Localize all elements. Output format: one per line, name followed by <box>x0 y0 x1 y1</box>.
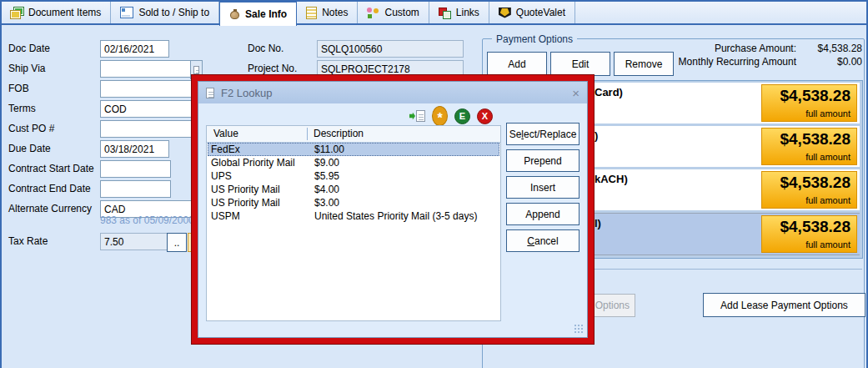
column-divider[interactable] <box>307 128 308 140</box>
tab-label: Links <box>456 7 479 18</box>
tab-label: Custom <box>384 7 419 18</box>
lookup-row[interactable]: UPS$5.95 <box>208 169 499 183</box>
contract-start-date-field[interactable] <box>100 160 171 178</box>
field-label-doc-date: Doc Date <box>8 43 50 54</box>
notes-icon <box>306 7 317 19</box>
payment-amount-note: full amount <box>805 195 850 205</box>
arrow-icon <box>409 113 415 120</box>
sale-info-screen: Document ItemsSold to / Ship toSale Info… <box>0 0 868 368</box>
field-label-due-date: Due Date <box>8 143 51 154</box>
terms-field[interactable]: COD <box>100 100 203 118</box>
project-no-label: Project No. <box>248 63 297 74</box>
doc-date-field[interactable]: 02/16/2021 <box>100 40 169 58</box>
field-label-ship-via: Ship Via <box>8 63 45 74</box>
payment-option-list[interactable]: Card)$4,538.28full amount)$4,538.28full … <box>589 80 863 259</box>
lookup-description-cell: $3.00 <box>314 197 339 209</box>
lookup-value-cell: UPS <box>211 170 232 182</box>
lookup-value-cell: US Priority Mail <box>211 184 280 195</box>
payment-amount-note: full amount <box>805 152 850 162</box>
payment-amount: $4,538.28 <box>780 130 850 149</box>
contract-end-date-field[interactable] <box>100 180 171 198</box>
tab-links[interactable]: Links <box>429 2 489 23</box>
insert-button[interactable]: Insert <box>506 176 580 199</box>
select-into-field-icon[interactable] <box>409 110 425 122</box>
description-column-header[interactable]: Description <box>314 128 364 139</box>
f2-lookup-window: F2 Lookup × *EX Value Description FedEx$… <box>198 81 588 338</box>
close-icon[interactable]: × <box>572 86 580 100</box>
payment-option-row[interactable]: kACH)$4,538.28full amount <box>590 169 860 210</box>
doc-no-field[interactable]: SQLQ100560 <box>317 40 464 58</box>
tab-label: QuoteValet <box>516 7 565 18</box>
field-label-tax-rate: Tax Rate <box>8 235 48 247</box>
sold-to-ship-to-icon <box>120 7 133 18</box>
delete-red-icon[interactable]: X <box>477 108 493 124</box>
tab-notes[interactable]: Notes <box>297 2 358 23</box>
edit-list-icon[interactable]: E <box>454 108 470 124</box>
lookup-row[interactable]: FedEx$11.00 <box>208 143 499 156</box>
add-payment-button[interactable]: Add <box>487 52 547 76</box>
payment-option-row[interactable]: l)$4,538.28full amount <box>590 213 860 255</box>
resize-grip[interactable] <box>574 324 583 333</box>
custom-icon <box>367 8 379 18</box>
prepend-button[interactable]: Prepend <box>506 149 580 172</box>
edit-payment-button[interactable]: Edit <box>550 52 610 76</box>
lookup-description-cell: $11.00 <box>314 144 344 155</box>
page-icon <box>416 110 425 122</box>
value-column-header[interactable]: Value <box>213 128 238 139</box>
cust-po--field[interactable] <box>100 120 203 138</box>
payment-option-row[interactable]: Card)$4,538.28full amount <box>590 83 860 124</box>
ship-via-field[interactable] <box>100 60 196 78</box>
payment-amount: $4,538.28 <box>780 87 850 105</box>
payment-option-row[interactable]: )$4,538.28full amount <box>590 126 860 167</box>
clear-orange-icon[interactable]: * <box>432 106 448 126</box>
lookup-description-cell: $4.00 <box>314 184 339 195</box>
payment-method-label: ) <box>595 129 598 142</box>
sale-info-icon <box>229 9 240 19</box>
lookup-value-cell: Global Priority Mail <box>211 157 295 169</box>
monthly-recurring-value: $0.00 <box>800 56 862 68</box>
payment-amount-box: $4,538.28full amount <box>761 128 857 165</box>
field-label-fob: FOB <box>8 83 29 94</box>
due-date-field[interactable]: 03/18/2021 <box>100 140 169 158</box>
payment-method-label: kACH) <box>595 173 628 185</box>
dialog-title: F2 Lookup <box>221 87 272 99</box>
payment-amount-note: full amount <box>805 239 850 250</box>
payment-amount: $4,538.28 <box>780 218 850 236</box>
payment-amount-box: $4,538.28full amount <box>761 171 857 209</box>
tab-quotevalet[interactable]: QuoteValet <box>489 2 575 23</box>
fob-field[interactable] <box>100 80 203 98</box>
lookup-description-cell: $5.95 <box>314 170 339 182</box>
window-border-left <box>0 0 2 368</box>
append-button[interactable]: Append <box>506 203 580 225</box>
lookup-list-icon <box>206 88 214 98</box>
tax-rate-field[interactable]: 7.50 <box>100 233 171 250</box>
field-label-terms: Terms <box>8 103 36 114</box>
cancel-button[interactable]: Cancel <box>506 229 580 252</box>
lookup-row[interactable]: USPMUnited States Priority Mail (3-5 day… <box>208 209 499 223</box>
tab-document-items[interactable]: Document Items <box>2 2 111 23</box>
lookup-row[interactable]: US Priority Mail$4.00 <box>208 183 499 196</box>
lookup-value-cell: USPM <box>211 210 240 222</box>
tab-sale-info[interactable]: Sale Info <box>219 2 297 26</box>
select-replace-button[interactable]: Select/Replace <box>506 123 580 145</box>
lookup-listbox[interactable]: Value Description FedEx$11.00Global Prio… <box>206 125 501 321</box>
payment-amount-note: full amount <box>805 108 850 118</box>
dialog-title-bar[interactable]: F2 Lookup × <box>198 82 587 103</box>
doc-no-label: Doc No. <box>248 43 283 54</box>
tab-custom[interactable]: Custom <box>358 2 429 23</box>
payment-method-label: l) <box>595 217 601 229</box>
tab-label: Document Items <box>28 7 101 18</box>
tab-bar: Document ItemsSold to / Ship toSale Info… <box>2 2 866 25</box>
lookup-toolbar: *EX <box>409 106 493 126</box>
tax-lookup-dots-button[interactable]: .. <box>167 233 187 252</box>
lookup-row[interactable]: Global Priority Mail$9.00 <box>208 156 499 169</box>
add-lease-payment-options-button[interactable]: Add Lease Payment Options <box>703 293 865 317</box>
field-label-cust-po-: Cust PO # <box>8 123 54 134</box>
lookup-row[interactable]: US Priority Mail$3.00 <box>208 196 499 209</box>
field-label-contract-end-date: Contract End Date <box>8 183 91 194</box>
tab-sold-to-ship-to[interactable]: Sold to / Ship to <box>111 2 219 23</box>
lookup-description-cell: United States Priority Mail (3-5 days) <box>314 210 477 222</box>
purchase-amount-value: $4,538.28 <box>800 43 862 54</box>
payment-amount-box: $4,538.28full amount <box>761 215 857 253</box>
purchase-amount-label: Purchase Amount: <box>634 43 796 54</box>
